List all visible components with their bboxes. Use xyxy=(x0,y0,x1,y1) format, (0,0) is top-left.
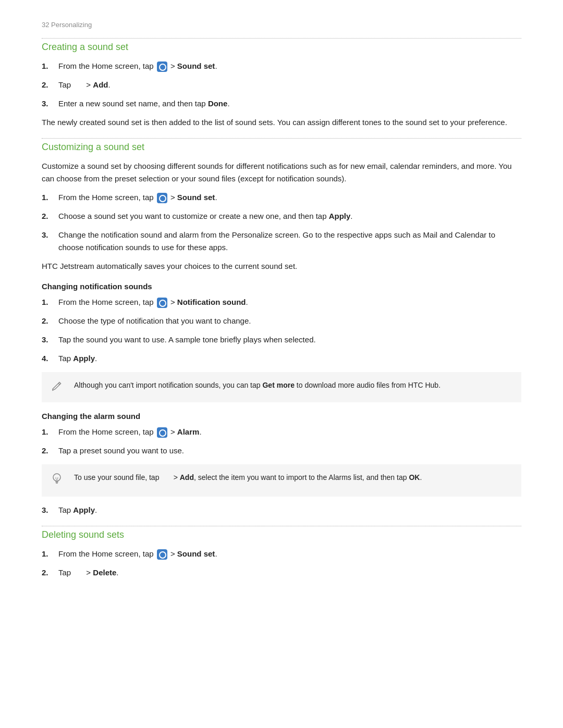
section-title-customizing: Customizing a sound set xyxy=(42,142,521,153)
htc-icon-1 xyxy=(157,61,167,72)
notif-step-content-3: Tap the sound you want to use. A sample … xyxy=(58,334,521,346)
alarm-steps-after: 3. Tap Apply. xyxy=(42,504,521,516)
section-title-deleting: Deleting sound sets xyxy=(42,529,521,540)
customizing-step-3: 3. Change the notification sound and ala… xyxy=(42,229,521,254)
step-content-3: Enter a new sound set name, and then tap… xyxy=(58,97,521,110)
del-step-num-1: 1. xyxy=(42,548,58,560)
customizing-step-1: 1. From the Home screen, tap > Sound set… xyxy=(42,191,521,204)
htc-icon-del-1 xyxy=(157,549,167,560)
notification-steps: 1. From the Home screen, tap > Notificat… xyxy=(42,296,521,365)
tip-text-alarm: To use your sound file, tap > Add, selec… xyxy=(74,472,422,483)
step-content-2: Tap > Add. xyxy=(58,79,521,91)
step-num-1: 1. xyxy=(42,60,58,72)
htc-icon-notif-1 xyxy=(157,298,167,308)
cust-step-num-3: 3. xyxy=(42,229,58,241)
lightbulb-icon xyxy=(51,473,66,489)
del-step-content-2: Tap > Delete. xyxy=(58,566,521,579)
creating-step-3: 3. Enter a new sound set name, and then … xyxy=(42,97,521,110)
customizing-step-2: 2. Choose a sound set you want to custom… xyxy=(42,210,521,223)
notif-step-num-4: 4. xyxy=(42,352,58,365)
alarm-step-3: 3. Tap Apply. xyxy=(42,504,521,516)
notif-step-num-1: 1. xyxy=(42,296,58,309)
alarm-step-1: 1. From the Home screen, tap > Alarm. xyxy=(42,426,521,438)
notif-step-content-1: From the Home screen, tap > Notification… xyxy=(58,296,521,309)
subsection-title-alarm: Changing the alarm sound xyxy=(42,412,521,421)
cust-step-content-1: From the Home screen, tap > Sound set. xyxy=(58,191,521,204)
alarm-step-content-2: Tap a preset sound you want to use. xyxy=(58,445,521,457)
section-title-creating: Creating a sound set xyxy=(42,42,521,53)
notif-step-content-4: Tap Apply. xyxy=(58,352,521,365)
customizing-intro: Customize a sound set by choosing differ… xyxy=(42,160,521,185)
del-step-content-1: From the Home screen, tap > Sound set. xyxy=(58,548,521,560)
alarm-step-2: 2. Tap a preset sound you want to use. xyxy=(42,445,521,457)
creating-step-2: 2. Tap > Add. xyxy=(42,79,521,91)
del-step-num-2: 2. xyxy=(42,566,58,579)
creating-body-text: The newly created sound set is then adde… xyxy=(42,116,521,129)
notif-step-3: 3. Tap the sound you want to use. A samp… xyxy=(42,334,521,346)
section-divider-creating xyxy=(42,38,521,39)
note-text-notification: Although you can't import notification s… xyxy=(74,379,440,391)
cust-step-content-3: Change the notification sound and alarm … xyxy=(58,229,521,254)
creating-steps: 1. From the Home screen, tap > Sound set… xyxy=(42,60,521,110)
pencil-icon xyxy=(51,380,66,395)
step-content-1: From the Home screen, tap > Sound set. xyxy=(58,60,521,72)
creating-step-1: 1. From the Home screen, tap > Sound set… xyxy=(42,60,521,72)
alarm-step-num-3: 3. xyxy=(42,504,58,516)
step-num-3: 3. xyxy=(42,97,58,110)
alarm-step-num-2: 2. xyxy=(42,445,58,457)
alarm-steps: 1. From the Home screen, tap > Alarm. 2.… xyxy=(42,426,521,457)
autosave-text: HTC Jetstream automatically saves your c… xyxy=(42,260,521,273)
cust-step-num-1: 1. xyxy=(42,191,58,204)
cust-step-content-2: Choose a sound set you want to customize… xyxy=(58,210,521,223)
section-divider-customizing xyxy=(42,138,521,139)
deleting-step-1: 1. From the Home screen, tap > Sound set… xyxy=(42,548,521,560)
page-header: 32 Personalizing xyxy=(42,21,521,29)
alarm-step-content-1: From the Home screen, tap > Alarm. xyxy=(58,426,521,438)
notif-step-4: 4. Tap Apply. xyxy=(42,352,521,365)
htc-icon-alarm-1 xyxy=(157,427,167,438)
customizing-steps: 1. From the Home screen, tap > Sound set… xyxy=(42,191,521,254)
subsection-title-notification: Changing notification sounds xyxy=(42,282,521,291)
note-box-notification: Although you can't import notification s… xyxy=(42,372,521,402)
alarm-step-num-1: 1. xyxy=(42,426,58,438)
deleting-steps: 1. From the Home screen, tap > Sound set… xyxy=(42,548,521,579)
deleting-step-2: 2. Tap > Delete. xyxy=(42,566,521,579)
notif-step-content-2: Choose the type of notification that you… xyxy=(58,315,521,327)
cust-step-num-2: 2. xyxy=(42,210,58,223)
step-num-2: 2. xyxy=(42,79,58,91)
notif-step-num-3: 3. xyxy=(42,334,58,346)
htc-icon-cust-1 xyxy=(157,193,167,203)
alarm-step-content-3: Tap Apply. xyxy=(58,504,521,516)
tip-box-alarm: To use your sound file, tap > Add, selec… xyxy=(42,464,521,497)
section-divider-deleting xyxy=(42,526,521,526)
notif-step-num-2: 2. xyxy=(42,315,58,327)
notif-step-1: 1. From the Home screen, tap > Notificat… xyxy=(42,296,521,309)
notif-step-2: 2. Choose the type of notification that … xyxy=(42,315,521,327)
